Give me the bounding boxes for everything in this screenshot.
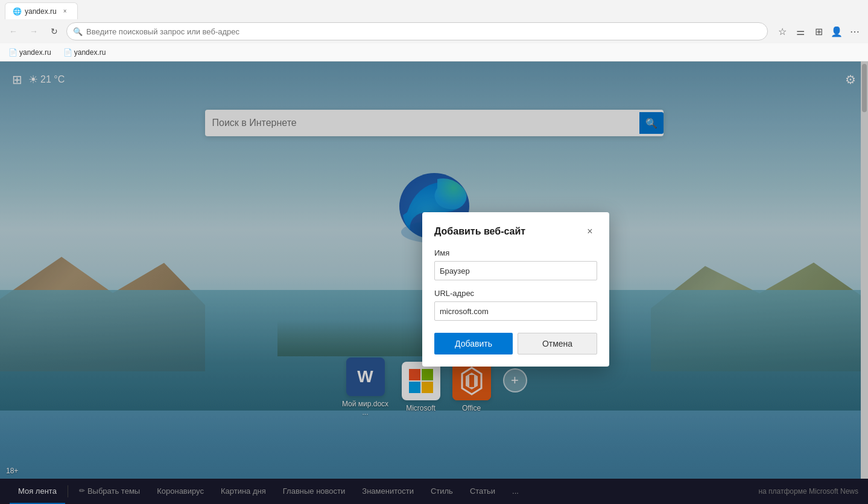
back-button[interactable]: ← <box>5 23 22 40</box>
tab-favicon: 🌐 <box>13 7 21 16</box>
tabs-bar: 🌐 yandex.ru × <box>0 0 868 19</box>
bookmarks-bar: 📄 yandex.ru 📄 yandex.ru <box>0 43 868 61</box>
modal-url-field: URL-адрес <box>434 289 597 321</box>
bookmark-label-2: yandex.ru <box>74 48 106 57</box>
modal-url-label: URL-адрес <box>434 289 597 298</box>
bookmark-yandex-1[interactable]: 📄 yandex.ru <box>5 47 55 58</box>
nav-bar: ← → ↻ 🔍 ☆ ⚌ ⊞ 👤 ⋯ <box>0 19 868 43</box>
browser-chrome: 🌐 yandex.ru × ← → ↻ 🔍 ☆ ⚌ ⊞ 👤 ⋯ <box>0 0 868 43</box>
address-input[interactable] <box>86 27 761 36</box>
tab-yandex[interactable]: 🌐 yandex.ru × <box>5 2 78 19</box>
modal-header: Добавить веб-сайт × <box>434 224 597 239</box>
bookmark-label-1: yandex.ru <box>19 48 51 57</box>
tab-label: yandex.ru <box>25 7 57 16</box>
add-website-modal: Добавить веб-сайт × Имя URL-адрес Добави… <box>422 212 609 367</box>
modal-url-input[interactable] <box>434 301 597 321</box>
menu-icon[interactable]: ⋯ <box>846 23 863 40</box>
bookmark-favicon-1: 📄 <box>8 48 17 57</box>
address-lock-icon: 🔍 <box>73 27 83 36</box>
profile-icon[interactable]: 👤 <box>828 23 845 40</box>
modal-add-button[interactable]: Добавить <box>434 333 513 354</box>
bookmark-yandex-2[interactable]: 📄 yandex.ru <box>60 47 110 58</box>
modal-name-input[interactable] <box>434 261 597 280</box>
modal-close-button[interactable]: × <box>583 224 597 239</box>
refresh-button[interactable]: ↻ <box>46 23 63 40</box>
modal-cancel-button[interactable]: Отмена <box>518 333 597 354</box>
tab-close-button[interactable]: × <box>60 7 70 16</box>
modal-title: Добавить веб-сайт <box>434 226 525 237</box>
page-area: ⊞ ☀ 21 °C ⚙ 🔍 <box>0 61 868 504</box>
modal-buttons: Добавить Отмена <box>434 333 597 354</box>
bookmark-favicon-2: 📄 <box>63 48 72 57</box>
modal-name-field: Имя <box>434 248 597 280</box>
favorites-icon[interactable]: ☆ <box>774 23 791 40</box>
modal-name-label: Имя <box>434 248 597 257</box>
forward-button[interactable]: → <box>25 23 42 40</box>
add-tab-icon[interactable]: ⊞ <box>810 23 827 40</box>
address-bar[interactable]: 🔍 <box>66 22 768 40</box>
toolbar-icons: ☆ ⚌ ⊞ 👤 ⋯ <box>774 23 863 40</box>
collections-icon[interactable]: ⚌ <box>792 23 809 40</box>
